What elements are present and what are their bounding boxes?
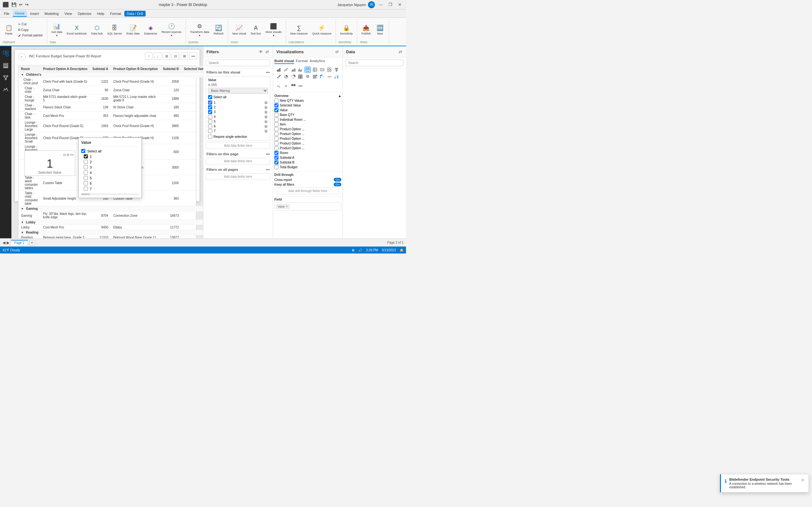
refresh-button[interactable]: 🔄 Refresh — [212, 20, 225, 39]
copy-button[interactable]: ⧉ Copy — [16, 27, 44, 32]
viz-table[interactable] — [305, 66, 311, 73]
filter-value-5[interactable]: 5 1 — [208, 119, 268, 124]
dataverse-button[interactable]: ◈ Dataverse — [142, 20, 159, 39]
recent-sources-button[interactable]: 🕐 Recent sources ▼ — [160, 20, 183, 39]
datamart-button[interactable]: ⬡ Data hub — [90, 20, 105, 39]
filter-check-3[interactable]: 3 — [84, 164, 139, 170]
filter-value-6[interactable]: 6 1 — [208, 124, 268, 129]
kpi-expand-icon[interactable]: ⊞ — [67, 153, 69, 157]
on-all-more-icon[interactable]: ••• — [266, 168, 270, 171]
close-button[interactable]: ✕ — [396, 2, 403, 8]
transform-button[interactable]: ⚙ Transform data ▼ — [189, 20, 211, 39]
nav-dax-icon[interactable] — [1, 85, 10, 95]
keep-filters-toggle[interactable]: On — [334, 182, 341, 186]
data-search-input[interactable] — [345, 60, 403, 66]
filter-check-6[interactable]: 6 — [84, 181, 139, 186]
menu-optimize[interactable]: Optimize — [75, 11, 94, 16]
prev-page-icon[interactable]: ◀ — [3, 240, 5, 245]
filter-3-checkbox[interactable] — [84, 165, 88, 169]
on-page-more-icon[interactable]: ••• — [266, 152, 270, 156]
nav-model-icon[interactable] — [1, 73, 10, 82]
viz-area-chart[interactable] — [290, 66, 297, 73]
filter-check-1[interactable]: 1 — [84, 154, 139, 159]
viz-donut[interactable] — [290, 73, 297, 80]
filter-1-checkbox[interactable] — [84, 154, 88, 158]
page-tab-2[interactable]: Page 2 — [11, 240, 28, 245]
filter-select-all-check[interactable] — [208, 95, 212, 99]
filter-6-checkbox[interactable] — [84, 181, 88, 185]
filter-icon-button[interactable]: ⊟ — [171, 52, 179, 60]
filter-5-checkbox[interactable] — [84, 176, 88, 180]
filter-value-1[interactable]: 1 1 — [208, 100, 268, 105]
enter-data-button[interactable]: 📝 Enter data — [125, 20, 142, 39]
kpi-more-icon[interactable]: ••• — [70, 153, 73, 157]
viz-waterfall[interactable] — [334, 73, 340, 80]
viz-multi-card[interactable] — [326, 66, 333, 73]
filter-type-select[interactable]: Basic filtering Advanced filtering Top N — [208, 88, 268, 94]
viz-slicer[interactable] — [312, 73, 318, 80]
filter-check-select-all[interactable]: Select all — [81, 148, 139, 154]
filters-expand-icon[interactable]: ⇄ — [265, 49, 270, 55]
filter-check-7[interactable]: 7 — [84, 186, 139, 191]
filter-4-checkbox[interactable] — [84, 170, 88, 175]
filter-check-5[interactable]: 5 — [84, 175, 139, 181]
subtotal-a-check[interactable] — [274, 156, 278, 160]
product-opt2-check[interactable] — [274, 132, 278, 136]
viz-bar-chart[interactable] — [275, 66, 282, 73]
menu-home[interactable]: Home — [13, 10, 27, 17]
new-visual-button[interactable]: 📈 New visual — [231, 20, 248, 39]
sort-asc-button[interactable]: ↑ — [145, 52, 153, 60]
product-opt1-check[interactable] — [274, 127, 278, 131]
cut-button[interactable]: ✂ Cut — [16, 22, 44, 26]
table-row[interactable]: Chair - child Zuma Chair 90 Zuma Chair 1… — [18, 86, 203, 95]
table-row[interactable]: Chair - lounge Mitt 5721 standard stitch… — [18, 95, 203, 103]
undo-icon[interactable]: ↩ — [19, 2, 22, 7]
notification-icon[interactable]: 🔔 — [400, 248, 403, 252]
menu-modeling[interactable]: Modeling — [42, 11, 61, 16]
add-fields-page-button[interactable]: Add data fields here — [206, 158, 270, 164]
add-page-button[interactable]: + — [29, 240, 35, 245]
table-row[interactable]: Chair - chick pouf Chick Pouf with back … — [18, 77, 203, 86]
filter-value-3[interactable]: 3 1 — [208, 110, 268, 114]
field-remove-icon[interactable]: ✕ — [286, 205, 288, 208]
product-opt5-check[interactable] — [274, 146, 278, 150]
add-drill-button[interactable]: Add drill-through fields here — [277, 187, 339, 194]
text-box-button[interactable]: A Text box — [249, 20, 263, 39]
menu-help[interactable]: Help — [95, 11, 107, 16]
viz-map[interactable] — [305, 73, 311, 80]
viz-treemap[interactable] — [297, 73, 304, 80]
format-icon-button[interactable]: ⊠ — [181, 52, 188, 60]
menu-insert[interactable]: Insert — [28, 11, 42, 16]
viz-more[interactable]: ••• — [297, 83, 304, 89]
table-row[interactable]: Lounge - Assorted Large Chick Pouf Round… — [18, 120, 203, 132]
viz-qr[interactable] — [290, 83, 297, 89]
nav-data-icon[interactable] — [1, 61, 10, 70]
quick-measure-button[interactable]: ⚡ Quick measure — [310, 20, 333, 39]
table-row[interactable]: Reading Belmont metal base, Grade 3 1131… — [18, 235, 203, 239]
canvas-area[interactable]: ← INC Furniture Budget Sample Power BI R… — [11, 46, 203, 238]
save-icon[interactable]: 💾 — [11, 2, 16, 7]
format-label[interactable]: Format — [296, 59, 308, 64]
menu-view[interactable]: View — [62, 11, 74, 16]
require-single-check[interactable] — [208, 135, 212, 139]
select-all-checkbox[interactable] — [81, 149, 85, 153]
viz-line-chart[interactable] — [283, 66, 289, 73]
item-check[interactable] — [274, 122, 278, 126]
selected-value-check[interactable] — [274, 103, 278, 107]
excel-button[interactable]: X Excel workbook — [65, 20, 89, 39]
viz-gauge[interactable] — [319, 73, 325, 80]
table-row[interactable]: Gaming Fly: 30"dia, black legs, lam top,… — [18, 211, 203, 220]
add-fields-visual-button[interactable]: Add data fields here — [206, 142, 270, 149]
redo-icon[interactable]: ↪ — [25, 2, 29, 7]
menu-data-drill[interactable]: Data / Drill — [124, 11, 146, 16]
nav-report-icon[interactable] — [1, 49, 10, 58]
viz-pie[interactable] — [283, 73, 289, 80]
paste-button[interactable]: 📋 Paste — [3, 20, 15, 39]
viz-matrix[interactable] — [312, 66, 318, 73]
filter-value-4[interactable]: 4 1 — [208, 114, 268, 119]
viz-card[interactable]: 123 — [319, 66, 325, 73]
analytics-label[interactable]: Analytics — [310, 59, 325, 64]
on-visual-more-icon[interactable]: ••• — [266, 70, 270, 74]
overview-header[interactable]: Overview ▲ — [274, 94, 341, 98]
kpi-filter-icon[interactable]: ⊟ — [63, 153, 66, 157]
